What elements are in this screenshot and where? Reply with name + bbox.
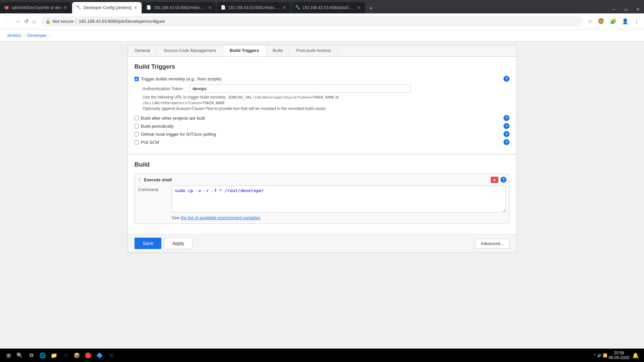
taskbar: ⊞ 🔍 ⧉ 🌐 📁 ✉ 📦 🔴 🔷 🖥 ^ 🔊 📶 20:58 06-05-20… (0, 349, 644, 362)
tab-close-1[interactable]: ✕ (63, 5, 67, 10)
app5-taskbar-icon[interactable]: 🔴 (83, 350, 93, 360)
home-button[interactable]: ⌂ (31, 17, 38, 26)
execute-shell-help-icon[interactable]: ? (500, 177, 506, 183)
address-bar[interactable]: 🔒 Not secure | 192.168.43.53:8080/job/De… (41, 16, 583, 27)
build-after-checkbox[interactable] (135, 116, 139, 120)
system-tray-icons: ^ 🔊 📶 (594, 353, 607, 358)
maximize-button[interactable]: ▭ (620, 5, 632, 13)
terminal-taskbar-icon[interactable]: 🖥 (106, 350, 116, 360)
see-text: See (172, 215, 181, 220)
tab-source-code[interactable]: Source Code Management (157, 45, 223, 56)
reload-button[interactable]: ↺ (22, 17, 31, 26)
advanced-button[interactable]: Advanced... (475, 239, 509, 248)
menu-button[interactable]: ⋮ (633, 17, 641, 25)
delete-shell-button[interactable]: x (491, 177, 498, 183)
browser-tab-2[interactable]: 🔧 Developer Config [Jenkins] ✕ (72, 2, 142, 13)
poll-scm-row: Poll SCM ? (135, 139, 509, 145)
bookmark-button[interactable]: ☆ (586, 17, 594, 25)
edge-taskbar-icon[interactable]: 🌐 (38, 350, 48, 360)
forward-button[interactable]: → (13, 17, 22, 26)
tabs-nav: General Source Code Management Build Tri… (128, 45, 516, 57)
tab-bar: 🐙 raktim00/DevOpsHW at dev ✕ 🔧 Developer… (0, 0, 644, 13)
notification-button[interactable]: 🔔 (631, 350, 641, 360)
build-after-label: Build after other projects are built (141, 116, 205, 121)
build-after-row: Build after other projects are built ? (135, 115, 509, 121)
minimize-button[interactable]: ─ (608, 5, 620, 13)
command-label: Command (138, 186, 168, 192)
github-hook-row: GitHub hook trigger for GITScm polling ? (135, 131, 509, 137)
explorer-taskbar-icon[interactable]: 📁 (49, 350, 59, 360)
github-hook-checkbox[interactable] (135, 132, 139, 136)
auth-token-input[interactable] (190, 84, 411, 93)
build-after-help-icon[interactable]: ? (503, 115, 509, 121)
apply-button[interactable]: Apply (164, 238, 193, 249)
browser-tab-1[interactable]: 🐙 raktim00/DevOpsHW at dev ✕ (0, 2, 71, 13)
brave-shield-button[interactable]: 🦁 (596, 17, 606, 25)
tab-close-5[interactable]: ✕ (357, 5, 361, 10)
mail-taskbar-icon[interactable]: ✉ (60, 350, 70, 360)
poll-scm-checkbox[interactable] (135, 140, 139, 144)
lock-icon: 🔒 (45, 19, 51, 24)
config-wrapper: General Source Code Management Build Tri… (127, 45, 517, 253)
save-button[interactable]: Save (135, 238, 161, 249)
box-taskbar-icon[interactable]: 📦 (72, 350, 82, 360)
trigger-remote-help-icon[interactable]: ? (503, 76, 509, 82)
breadcrumb-jenkins[interactable]: Jenkins (7, 33, 21, 38)
build-after-check-area: Build after other projects are built (135, 116, 503, 121)
breadcrumb-sep-1: › (23, 33, 25, 38)
poll-scm-check-area: Poll SCM (135, 140, 503, 145)
trigger-remote-checkbox[interactable] (135, 77, 139, 81)
address-separator: | (76, 19, 77, 24)
tab-close-2[interactable]: ✕ (133, 5, 138, 10)
taskbar-time: 20:58 06-05-2020 (609, 351, 629, 360)
build-section: Build x ? ⠿ Execute shell Command See (128, 154, 516, 234)
nav-bar: ← → ↺ ⌂ 🔒 Not secure | 192.168.43.53:808… (0, 13, 644, 29)
tab-title-5: 192.168.43.53:8080/job/Develop... (303, 5, 355, 10)
poll-scm-help-icon[interactable]: ? (503, 139, 509, 145)
extension-button[interactable]: 🧩 (608, 17, 618, 25)
tab-favicon-4: 📄 (221, 5, 226, 10)
tab-title-2: Developer Config [Jenkins] (84, 5, 131, 10)
tab-build[interactable]: Build (266, 45, 289, 56)
env-vars-link[interactable]: the list of available environment variab… (181, 215, 261, 220)
tab-close-4[interactable]: ✕ (282, 5, 286, 10)
tab-favicon-2: 🔧 (76, 5, 82, 10)
build-periodically-label: Build periodically (141, 124, 174, 129)
command-row: Command (138, 186, 506, 213)
trigger-remote-label: Trigger builds remotely (e.g., from scri… (141, 76, 221, 81)
tab-build-triggers[interactable]: Build Triggers (223, 45, 266, 56)
back-button[interactable]: ← (3, 17, 13, 26)
tab-general[interactable]: General (128, 45, 157, 56)
breadcrumb-developer[interactable]: Developer (27, 33, 47, 38)
trigger-remote-check-area: Trigger builds remotely (e.g., from scri… (135, 76, 503, 81)
command-textarea[interactable] (172, 186, 506, 213)
not-secure-label: Not secure (53, 19, 74, 24)
tab-close-3[interactable]: ✕ (208, 5, 212, 10)
close-button[interactable]: ✕ (632, 5, 644, 13)
poll-scm-label: Poll SCM (141, 140, 159, 145)
new-tab-button[interactable]: + (366, 4, 376, 13)
tab-post-build[interactable]: Post-build Actions (289, 45, 338, 56)
env-vars-row: See the list of available environment va… (172, 215, 506, 220)
build-periodically-help-icon[interactable]: ? (503, 123, 509, 129)
search-taskbar-button[interactable]: 🔍 (15, 350, 25, 360)
tab-title-1: raktim00/DevOpsHW at dev (11, 5, 61, 10)
browser-tab-3[interactable]: 📄 192.168.43.53:8082/Hello.html ✕ (142, 2, 216, 13)
browser-tab-4[interactable]: 📄 192.168.43.53:8081/Hello.html ✕ (217, 2, 290, 13)
auth-token-section: Authentication Token Use the following U… (143, 84, 509, 111)
auth-token-label: Authentication Token (143, 86, 190, 91)
app6-taskbar-icon[interactable]: 🔷 (95, 350, 105, 360)
taskbar-system-icons: ^ 🔊 📶 (594, 353, 607, 358)
auth-token-row: Authentication Token (143, 84, 509, 93)
bottom-buttons: Save Apply Advanced... (128, 234, 516, 252)
build-periodically-checkbox[interactable] (135, 124, 139, 128)
execute-shell-title: Execute shell (144, 177, 172, 182)
browser-tab-5[interactable]: 🔧 192.168.43.53:8080/job/Develop... ✕ (291, 2, 365, 13)
user-button[interactable]: 👤 (621, 17, 630, 25)
drag-handle-icon[interactable]: ⠿ (138, 178, 141, 182)
task-view-button[interactable]: ⧉ (26, 350, 36, 360)
github-hook-help-icon[interactable]: ? (503, 131, 509, 137)
start-button[interactable]: ⊞ (3, 350, 13, 360)
tab-favicon-1: 🐙 (4, 5, 9, 10)
info-line-1: Use the following URL to trigger build r… (143, 95, 509, 100)
